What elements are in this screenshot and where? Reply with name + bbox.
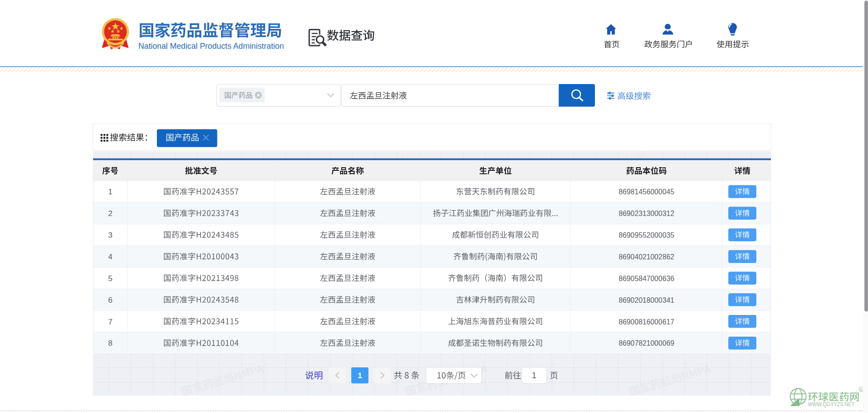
svg-text:86907821000069: 86907821000069 xyxy=(619,339,675,347)
svg-text:2: 2 xyxy=(108,209,112,218)
svg-text:8: 8 xyxy=(108,339,112,347)
svg-text:86902018000341: 86902018000341 xyxy=(619,296,675,305)
svg-text:7: 7 xyxy=(108,318,112,326)
svg-text:6: 6 xyxy=(108,296,112,305)
svg-text:86909552000035: 86909552000035 xyxy=(619,231,675,239)
svg-text:National Medical Products Admi: National Medical Products Administration xyxy=(138,42,284,51)
svg-text:86904021002862: 86904021002862 xyxy=(619,253,675,261)
svg-text:86902313000312: 86902313000312 xyxy=(619,209,675,218)
svg-text:1: 1 xyxy=(108,188,112,196)
svg-text:4: 4 xyxy=(108,253,112,261)
svg-text:5: 5 xyxy=(108,274,112,283)
svg-text:R: R xyxy=(860,388,863,392)
svg-text:1: 1 xyxy=(532,371,536,380)
svg-text:86900816000617: 86900816000617 xyxy=(619,318,675,326)
svg-text:WWW.QGYYZS.NET: WWW.QGYYZS.NET xyxy=(808,401,854,408)
svg-text:86905847000636: 86905847000636 xyxy=(619,274,675,283)
svg-text:3: 3 xyxy=(108,231,112,239)
svg-text:86981456000045: 86981456000045 xyxy=(619,188,675,196)
svg-text:1: 1 xyxy=(358,371,362,380)
